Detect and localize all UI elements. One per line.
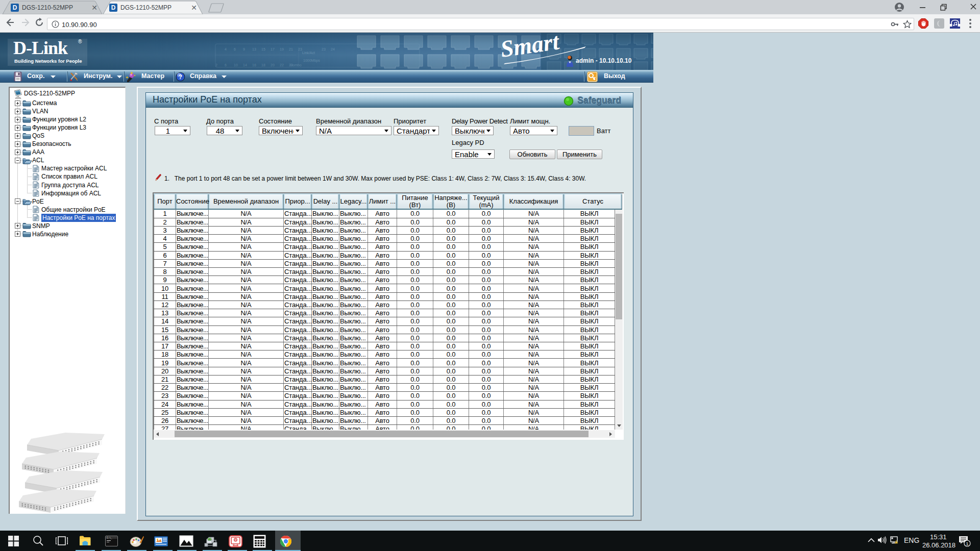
svg-text:2: 2 xyxy=(215,63,217,67)
svg-text:13: 13 xyxy=(252,47,256,51)
svg-text:1000Mbps: 1000Mbps xyxy=(303,59,320,63)
svg-text:19: 19 xyxy=(280,47,284,51)
svg-text:20: 20 xyxy=(271,63,275,67)
svg-text:Link/Act: Link/Act xyxy=(302,51,315,55)
svg-text:6: 6 xyxy=(234,47,236,51)
svg-text:?: ? xyxy=(179,73,182,81)
svg-text:24: 24 xyxy=(331,47,335,51)
svg-text:16: 16 xyxy=(252,63,256,67)
svg-text:18: 18 xyxy=(261,63,265,67)
svg-text:4: 4 xyxy=(225,47,227,51)
svg-text:Combo: Combo xyxy=(290,63,302,67)
svg-text:14: 14 xyxy=(243,63,247,67)
svg-text:6: 6 xyxy=(225,63,227,67)
svg-text:23: 23 xyxy=(322,47,326,51)
svg-text:22: 22 xyxy=(280,63,284,67)
svg-text:1: 1 xyxy=(966,541,968,546)
svg-text:9: 9 xyxy=(243,47,245,51)
svg-text:10: 10 xyxy=(234,63,238,67)
svg-text:17: 17 xyxy=(271,47,275,51)
svg-text:Smart: Smart xyxy=(499,33,561,62)
svg-text:15: 15 xyxy=(261,47,265,51)
svg-text:21: 21 xyxy=(289,47,293,51)
